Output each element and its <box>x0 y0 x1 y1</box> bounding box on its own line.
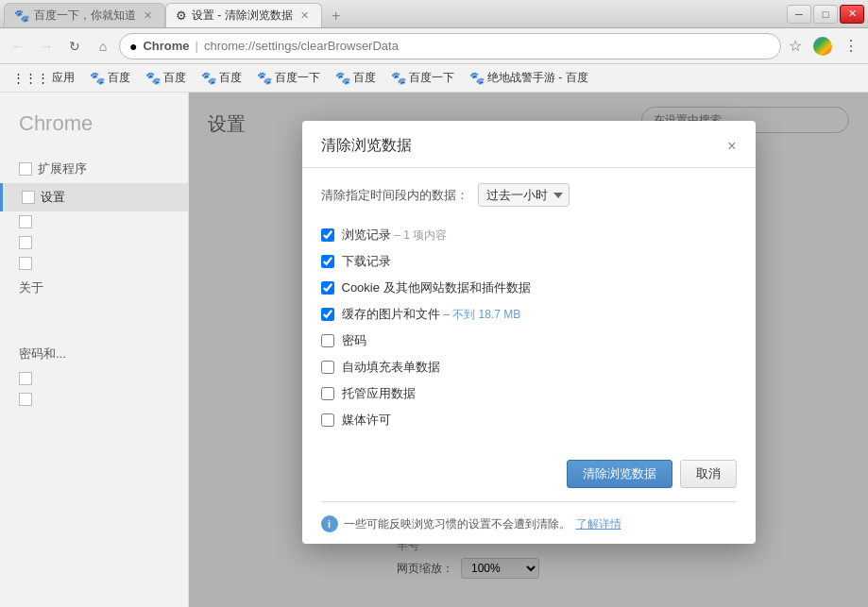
tab-list: 🐾 百度一下，你就知道 ✕ ⚙ 设置 - 清除浏览数据 ✕ + <box>4 0 350 27</box>
info-icon: i <box>321 515 338 532</box>
close-button[interactable]: ✕ <box>840 5 864 24</box>
chrome-logo-small: ● <box>129 39 137 54</box>
passwords-checkbox[interactable] <box>321 334 334 347</box>
time-range-label: 清除指定时间段内的数据： <box>321 187 468 204</box>
sidebar-row-2 <box>0 232 188 253</box>
home-button[interactable]: ⌂ <box>91 34 115 59</box>
baidu-icon-1: 🐾 <box>90 71 105 85</box>
sidebar: Chrome 扩展程序 设置 关于 密码和... <box>0 93 189 607</box>
baidu-icon-3: 🐾 <box>201 71 216 85</box>
checkbox-passwords[interactable]: 密码 <box>321 328 737 354</box>
chrome-logo: Chrome <box>0 102 188 155</box>
cookies-checkbox[interactable] <box>321 281 334 295</box>
chrome-menu-button[interactable]: ⋮ <box>840 35 862 57</box>
dialog-body: 清除指定时间段内的数据： 过去一小时 过去一天 过去一周 最近四周 所有时间 <box>302 168 756 448</box>
bookmark-baidu-xia-2-label: 百度一下 <box>409 70 454 86</box>
new-tab-button[interactable]: + <box>322 5 350 27</box>
bookmark-game-label: 绝地战警手游 - 百度 <box>487 70 588 86</box>
tab-settings-label: 设置 - 清除浏览数据 <box>192 8 293 24</box>
address-bar[interactable]: ● Chrome | chrome://settings/clearBrowse… <box>119 33 781 59</box>
checkbox-media[interactable]: 媒体许可 <box>321 407 737 433</box>
cookies-label: Cookie 及其他网站数据和插件数据 <box>342 279 531 296</box>
sidebar-item-about[interactable]: 关于 <box>0 274 188 302</box>
chrome-extension-icon[interactable] <box>809 33 836 59</box>
tab-baidu-close[interactable]: ✕ <box>141 8 155 24</box>
cache-label: 缓存的图片和文件 – 不到 18.7 MB <box>342 306 521 323</box>
about-label: 关于 <box>19 279 43 296</box>
bookmark-apps[interactable]: ⋮⋮⋮ 应用 <box>6 68 81 88</box>
bookmark-baidu-4-label: 百度 <box>353 70 376 86</box>
checkbox-cache[interactable]: 缓存的图片和文件 – 不到 18.7 MB <box>321 301 737 328</box>
divider <box>321 501 737 502</box>
tab-baidu-icon: 🐾 <box>14 8 29 23</box>
sidebar-item-settings[interactable]: 设置 <box>0 183 188 211</box>
hosted-checkbox[interactable] <box>321 387 334 400</box>
time-range-row: 清除指定时间段内的数据： 过去一小时 过去一天 过去一周 最近四周 所有时间 <box>321 183 737 207</box>
extensions-checkbox <box>19 162 32 176</box>
navigation-bar: ← → ↻ ⌂ ● Chrome | chrome://settings/cle… <box>0 28 868 64</box>
minimize-button[interactable]: ─ <box>787 5 811 24</box>
tab-settings-close[interactable]: ✕ <box>298 8 312 24</box>
clear-browser-data-dialog: 清除浏览数据 × 清除指定时间段内的数据： 过去一小时 过去一天 过去一周 最近… <box>302 121 756 544</box>
checkbox-hosted[interactable]: 托管应用数据 <box>321 380 737 407</box>
dialog-buttons: 清除浏览数据 取消 <box>321 460 737 488</box>
bookmark-baidu-3-label: 百度 <box>219 70 242 86</box>
back-button[interactable]: ← <box>6 34 30 59</box>
bookmark-baidu-2[interactable]: 🐾 百度 <box>139 68 193 88</box>
game-icon: 🐾 <box>469 71 485 85</box>
cache-checkbox[interactable] <box>321 308 334 321</box>
bookmark-baidu-3[interactable]: 🐾 百度 <box>195 68 248 88</box>
bookmark-baidu-xia-2[interactable]: 🐾 百度一下 <box>384 68 461 88</box>
bookmark-baidu-2-label: 百度 <box>163 70 186 86</box>
bookmark-baidu-4[interactable]: 🐾 百度 <box>329 68 383 88</box>
checkbox-downloads[interactable]: 下载记录 <box>321 248 737 275</box>
info-text: 一些可能反映浏览习惯的设置不会遭到清除。 <box>344 516 570 532</box>
maximize-button[interactable]: □ <box>813 5 838 24</box>
baidu-icon-4: 🐾 <box>257 71 272 85</box>
sidebar-settings-label: 设置 <box>41 189 65 206</box>
title-bar: 🐾 百度一下，你就知道 ✕ ⚙ 设置 - 清除浏览数据 ✕ + ─ □ ✕ <box>0 0 868 28</box>
info-row: i 一些可能反映浏览习惯的设置不会遭到清除。 了解详情 <box>321 515 737 532</box>
checkbox-cookies[interactable]: Cookie 及其他网站数据和插件数据 <box>321 275 737 301</box>
browsing-checkbox[interactable] <box>321 228 334 242</box>
sidebar-row-3 <box>0 253 188 274</box>
bookmarks-bar: ⋮⋮⋮ 应用 🐾 百度 🐾 百度 🐾 百度 🐾 百度一下 🐾 百度 🐾 百度一下… <box>0 64 868 93</box>
bookmark-apps-label: 应用 <box>52 70 75 86</box>
settings-checkbox <box>22 191 35 204</box>
bookmark-baidu-1[interactable]: 🐾 百度 <box>83 68 137 88</box>
clear-data-button[interactable]: 清除浏览数据 <box>567 460 672 488</box>
bookmark-baidu-xia-label: 百度一下 <box>275 70 320 86</box>
passwords-label: 密码 <box>342 332 366 349</box>
apps-icon: ⋮⋮⋮ <box>12 71 49 85</box>
reload-button[interactable]: ↻ <box>62 34 87 59</box>
bookmark-star-button[interactable]: ☆ <box>785 35 806 57</box>
media-checkbox[interactable] <box>321 413 334 427</box>
downloads-label: 下载记录 <box>342 253 391 270</box>
baidu-icon-2: 🐾 <box>145 71 161 85</box>
dialog-footer: 清除浏览数据 取消 i 一些可能反映浏览习惯的设置不会遭到清除。 了解详情 <box>302 448 756 544</box>
downloads-checkbox[interactable] <box>321 255 334 268</box>
bookmark-game[interactable]: 🐾 绝地战警手游 - 百度 <box>463 68 595 88</box>
info-link[interactable]: 了解详情 <box>576 516 621 532</box>
address-path: chrome://settings/clearBrowserData <box>204 39 399 53</box>
checkbox-autofill[interactable]: 自动填充表单数据 <box>321 354 737 380</box>
media-label: 媒体许可 <box>342 412 391 429</box>
modal-overlay: 清除浏览数据 × 清除指定时间段内的数据： 过去一小时 过去一天 过去一周 最近… <box>189 93 868 607</box>
browsing-label: 浏览记录 – 1 项内容 <box>342 227 448 244</box>
sidebar-row-pw-1 <box>0 368 188 389</box>
forward-button[interactable]: → <box>34 34 59 59</box>
tab-baidu[interactable]: 🐾 百度一下，你就知道 ✕ <box>4 3 165 27</box>
autofill-checkbox[interactable] <box>321 361 334 374</box>
bookmark-baidu-xia[interactable]: 🐾 百度一下 <box>250 68 327 88</box>
sidebar-password-section[interactable]: 密码和... <box>0 340 188 368</box>
sidebar-item-extensions[interactable]: 扩展程序 <box>0 155 188 183</box>
bookmark-baidu-1-label: 百度 <box>108 70 130 86</box>
password-section-label: 密码和... <box>19 346 66 363</box>
autofill-label: 自动填充表单数据 <box>342 359 440 376</box>
tab-settings[interactable]: ⚙ 设置 - 清除浏览数据 ✕ <box>165 3 322 27</box>
cancel-button[interactable]: 取消 <box>680 460 737 488</box>
dialog-close-button[interactable]: × <box>727 139 736 154</box>
checkbox-browsing[interactable]: 浏览记录 – 1 项内容 <box>321 222 737 248</box>
time-range-select[interactable]: 过去一小时 过去一天 过去一周 最近四周 所有时间 <box>478 183 570 207</box>
main-area: Chrome 扩展程序 设置 关于 密码和... <box>0 93 868 607</box>
